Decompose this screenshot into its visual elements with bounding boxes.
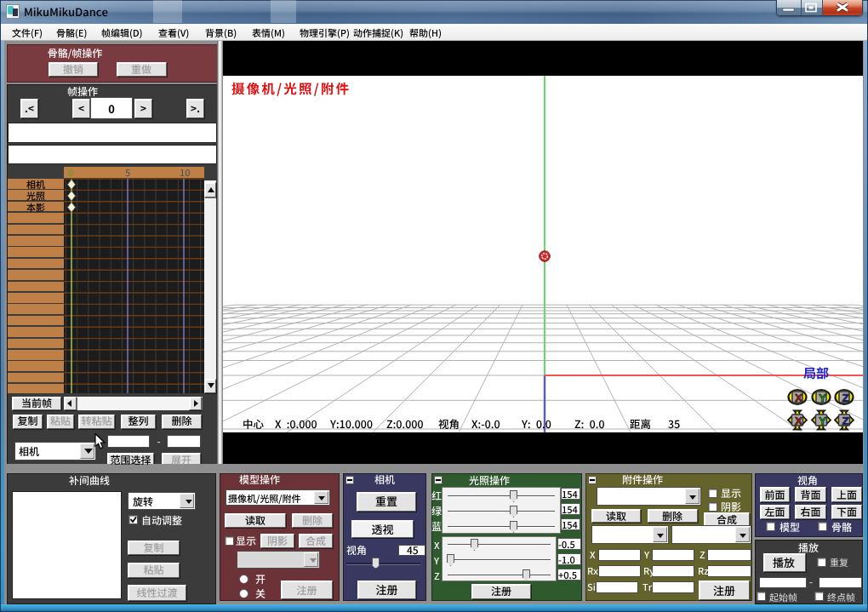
svg-text:Z: Z — [842, 415, 848, 427]
svg-text:X: X — [795, 392, 802, 404]
svg-text:Y: Y — [819, 392, 826, 404]
svg-text:Z: Z — [842, 392, 848, 404]
svg-text:Y: Y — [819, 415, 826, 427]
svg-text:X: X — [795, 415, 802, 427]
